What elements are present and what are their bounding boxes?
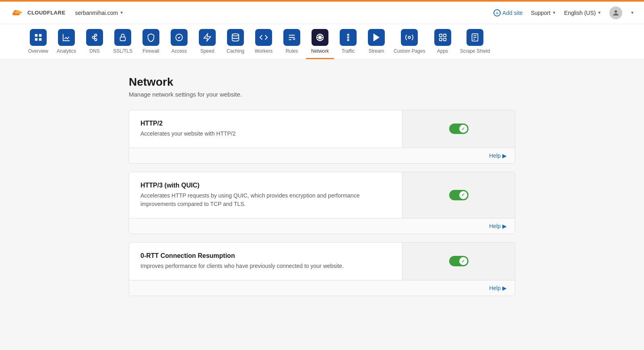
svg-rect-21 [439, 38, 442, 41]
tab-analytics[interactable]: Analytics [52, 24, 80, 59]
tab-label-access: Access [171, 48, 187, 55]
site-dropdown-icon: ▼ [120, 10, 124, 15]
toggle-check-icon: ✓ [461, 259, 465, 264]
site-header: CLOUDFLARE serbanmihai.com ▼ + Add site … [0, 2, 644, 24]
language-button[interactable]: English (US) ▼ [564, 10, 602, 16]
setting-name-http3: HTTP/3 (with QUIC) [140, 182, 391, 189]
dns-icon [86, 29, 103, 46]
help-link-http2[interactable]: Help ▶ [489, 152, 507, 159]
settings-list: HTTP/2Accelerates your website with HTTP… [129, 110, 515, 296]
setting-desc-http3: Accelerates HTTP requests by using QUIC,… [140, 191, 382, 208]
stream-icon [368, 29, 385, 46]
toggle-http2[interactable]: ✓ [449, 124, 469, 134]
help-link-0rtt[interactable]: Help ▶ [489, 285, 507, 291]
setting-name-0rtt: 0-RTT Connection Resumption [140, 252, 391, 259]
header-right: + Add site Support ▼ English (US) ▼ ▼ [493, 6, 634, 19]
tab-scrape-shield[interactable]: Scrape Shield [457, 24, 493, 59]
site-selector[interactable]: serbanmihai.com ▼ [75, 10, 124, 16]
tab-dns[interactable]: DNS [80, 24, 109, 59]
tab-apps[interactable]: Apps [429, 24, 457, 59]
ssl-tls-icon [114, 29, 131, 46]
tab-workers[interactable]: Workers [250, 24, 278, 59]
logo-area: CLOUDFLARE [10, 8, 66, 18]
toggle-check-icon: ✓ [461, 192, 465, 198]
rules-icon [283, 29, 300, 46]
custom-pages-icon [401, 29, 418, 46]
tab-label-rules: Rules [286, 48, 298, 55]
svg-point-11 [232, 34, 239, 36]
tab-label-scrape-shield: Scrape Shield [460, 48, 490, 55]
tab-overview[interactable]: Overview [24, 24, 52, 59]
network-icon [312, 29, 328, 46]
svg-rect-2 [35, 38, 37, 41]
svg-point-16 [347, 39, 349, 41]
tab-label-speed: Speed [200, 48, 215, 55]
svg-point-4 [93, 36, 95, 39]
lang-dropdown-icon: ▼ [597, 10, 601, 15]
page-title: Network [129, 76, 515, 89]
tab-label-ssl-tls: SSL/TLS [113, 48, 132, 55]
setting-card-0rtt: 0-RTT Connection ResumptionImproves perf… [129, 242, 515, 296]
svg-rect-22 [444, 38, 446, 41]
support-button[interactable]: Support ▼ [531, 10, 556, 16]
tab-custom-pages[interactable]: Custom Pages [390, 24, 429, 59]
tab-label-analytics: Analytics [57, 48, 76, 55]
tab-label-traffic: Traffic [342, 48, 355, 55]
traffic-icon [340, 29, 357, 46]
svg-rect-0 [35, 34, 37, 37]
tab-firewall[interactable]: Firewall [137, 24, 165, 59]
setting-desc-0rtt: Improves performance for clients who hav… [140, 262, 382, 270]
page-subtitle: Manage network settings for your website… [129, 91, 515, 98]
svg-point-14 [347, 34, 349, 36]
scrape-shield-icon [466, 29, 483, 46]
main-content: Network Manage network settings for your… [121, 60, 523, 320]
tab-label-caching: Caching [227, 48, 244, 55]
workers-icon [255, 29, 272, 46]
tab-label-overview: Overview [28, 48, 48, 55]
user-avatar-button[interactable] [609, 6, 622, 19]
speed-icon [199, 29, 216, 46]
site-name: serbanmihai.com [75, 10, 118, 16]
tab-stream[interactable]: Stream [362, 24, 390, 59]
support-dropdown-icon: ▼ [552, 10, 556, 15]
toggle-http3[interactable]: ✓ [449, 190, 469, 200]
tab-label-firewall: Firewall [142, 48, 159, 55]
cloudflare-logo-icon [10, 8, 24, 18]
cloudflare-wordmark: CLOUDFLARE [27, 10, 66, 16]
firewall-icon [142, 29, 159, 46]
tab-label-network: Network [311, 48, 329, 55]
setting-card-http3: HTTP/3 (with QUIC)Accelerates HTTP reque… [129, 172, 515, 234]
help-link-http3[interactable]: Help ▶ [489, 223, 507, 229]
help-arrow-icon: ▶ [502, 285, 507, 291]
svg-rect-3 [39, 38, 41, 41]
setting-desc-http2: Accelerates your website with HTTP/2 [140, 130, 382, 138]
tab-label-workers: Workers [255, 48, 272, 55]
tab-caching[interactable]: Caching [221, 24, 250, 59]
svg-point-15 [347, 37, 349, 38]
toggle-check-icon: ✓ [461, 126, 465, 132]
tab-traffic[interactable]: Traffic [334, 24, 362, 59]
tab-speed[interactable]: Speed [193, 24, 221, 59]
svg-point-18 [409, 36, 411, 39]
help-arrow-icon: ▶ [502, 223, 507, 229]
svg-rect-1 [39, 34, 41, 37]
tab-ssl-tls[interactable]: SSL/TLS [109, 24, 137, 59]
analytics-icon [58, 29, 75, 46]
tab-label-dns: DNS [89, 48, 99, 55]
help-arrow-icon: ▶ [502, 152, 507, 159]
tab-access[interactable]: Access [165, 24, 193, 59]
overview-icon [30, 29, 47, 46]
apps-icon [434, 29, 451, 46]
add-site-button[interactable]: + Add site [493, 9, 523, 16]
svg-rect-20 [444, 34, 446, 37]
svg-rect-9 [120, 37, 126, 41]
toggle-0rtt[interactable]: ✓ [449, 256, 469, 266]
tab-rules[interactable]: Rules [278, 24, 306, 59]
tab-label-custom-pages: Custom Pages [394, 48, 425, 55]
user-dropdown-icon: ▼ [630, 10, 634, 15]
svg-rect-19 [439, 34, 442, 37]
tab-network[interactable]: Network [306, 24, 334, 59]
caching-icon [227, 29, 244, 46]
access-icon [171, 29, 188, 46]
plus-circle-icon: + [493, 9, 501, 16]
